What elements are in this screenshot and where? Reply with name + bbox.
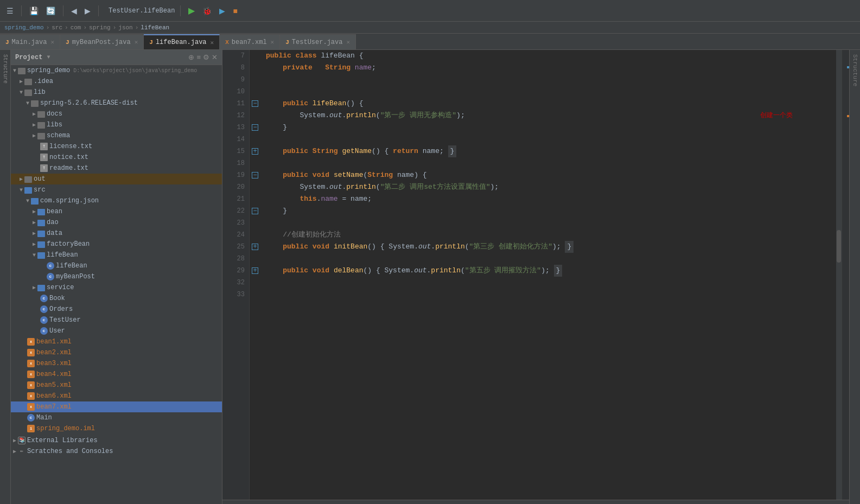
locate-button[interactable]: ⊕ bbox=[188, 53, 194, 61]
tree-item-license[interactable]: T license.txt bbox=[11, 141, 222, 152]
println4: println bbox=[431, 265, 461, 277]
gutter-fold-13[interactable]: − bbox=[250, 122, 260, 133]
tab-close[interactable]: ✕ bbox=[50, 39, 54, 46]
gutter-fold-25[interactable]: + bbox=[250, 241, 260, 253]
path-breadcrumb: spring_demo › src › com › spring › json … bbox=[0, 22, 860, 34]
tree-item-notice[interactable]: T notice.txt bbox=[11, 152, 222, 163]
tree-item-schema[interactable]: ▶ schema bbox=[11, 130, 222, 141]
gutter-fold-29[interactable]: + bbox=[250, 265, 260, 277]
tree-item-data[interactable]: ▶ data bbox=[11, 228, 222, 239]
tree-item-out[interactable]: ▶ out bbox=[11, 174, 222, 184]
tree-item-lib[interactable]: ▼ lib bbox=[11, 87, 222, 98]
tree-item-lifeBean-folder[interactable]: ▼ lifeBean bbox=[11, 250, 222, 260]
tree-item-dao[interactable]: ▶ dao bbox=[11, 217, 222, 228]
tree-item-service[interactable]: ▶ service bbox=[11, 282, 222, 293]
tree-item-scratches[interactable]: ▶ ✏ Scratches and Consoles bbox=[11, 446, 222, 457]
bc-json[interactable]: json bbox=[118, 24, 132, 31]
tree-item-User[interactable]: c User bbox=[11, 326, 222, 336]
sync-button[interactable]: 🔄 bbox=[44, 5, 58, 16]
tree-item-spring-demo-iml[interactable]: i spring_demo.iml bbox=[11, 423, 222, 434]
tree-item-libs[interactable]: ▶ libs bbox=[11, 119, 222, 130]
bc-sep1: › bbox=[46, 24, 50, 31]
scrollbar-thumb[interactable] bbox=[837, 230, 841, 263]
tree-item-spring526[interactable]: ▼ spring-5.2.6.RELEASE-dist bbox=[11, 98, 222, 109]
tab-bean7-xml[interactable]: X bean7.xml ✕ bbox=[220, 34, 280, 49]
bc-project[interactable]: spring_demo bbox=[4, 24, 44, 31]
gear-button[interactable]: ⚙ bbox=[203, 53, 209, 61]
close-panel-button[interactable]: ✕ bbox=[212, 53, 218, 61]
save-button[interactable]: 💾 bbox=[27, 5, 41, 16]
bc-src[interactable]: src bbox=[52, 24, 62, 31]
paren6: ( bbox=[461, 265, 465, 277]
tree-item-bean3[interactable]: x bean3.xml bbox=[11, 358, 222, 369]
bc-lifeBean[interactable]: lifeBean bbox=[141, 24, 169, 31]
tree-item-Orders[interactable]: c Orders bbox=[11, 304, 222, 315]
code-gutter: − − + − − bbox=[250, 50, 260, 500]
tree-item-root[interactable]: ▼ spring_demo D:\works\project\json\java… bbox=[11, 65, 222, 76]
bc-com[interactable]: com bbox=[71, 24, 81, 31]
gutter-fold-22[interactable]: − bbox=[250, 205, 260, 217]
tab-close[interactable]: ✕ bbox=[135, 39, 138, 46]
tree-item-bean7[interactable]: x bean7.xml bbox=[11, 401, 222, 412]
file-tree[interactable]: ▼ spring_demo D:\works\project\json\java… bbox=[11, 65, 222, 504]
debug-button[interactable]: 🐞 bbox=[200, 5, 214, 16]
tab-myBeanPost-java[interactable]: J myBeanPost.java ✕ bbox=[60, 34, 144, 49]
run-button[interactable]: ▶ bbox=[186, 4, 197, 17]
panel-dropdown[interactable]: ▼ bbox=[47, 54, 50, 60]
code-content[interactable]: public class lifeBean { private String n… bbox=[260, 50, 836, 500]
scrollbar[interactable] bbox=[836, 50, 842, 500]
tree-item-src[interactable]: ▼ src bbox=[11, 184, 222, 195]
tab-main-java[interactable]: J Main.java ✕ bbox=[0, 34, 60, 49]
editor-area[interactable]: 7 8 9 10 11 12 13 14 15 18 19 20 21 22 2… bbox=[222, 50, 849, 504]
tree-item-bean1[interactable]: x bean1.xml bbox=[11, 336, 222, 347]
tree-item-TestUser[interactable]: c TestUser bbox=[11, 315, 222, 326]
fold-icon[interactable]: − bbox=[252, 208, 258, 214]
tree-item-factoryBean[interactable]: ▶ factoryBean bbox=[11, 239, 222, 250]
tree-item-bean2[interactable]: x bean2.xml bbox=[11, 347, 222, 358]
gutter-fold-11[interactable]: − bbox=[250, 98, 260, 110]
tab-close[interactable]: ✕ bbox=[346, 39, 350, 46]
bc-spring[interactable]: spring bbox=[89, 24, 111, 31]
tree-item-ext-libs[interactable]: ▶ 📚 External Libraries bbox=[11, 435, 222, 446]
brace-close2: } bbox=[283, 205, 287, 217]
menu-button[interactable]: ☰ bbox=[4, 5, 16, 16]
fold-icon[interactable]: + bbox=[252, 267, 258, 274]
tab-close[interactable]: ✕ bbox=[271, 39, 275, 46]
tree-label: lifeBean bbox=[56, 262, 87, 270]
tree-item-Main[interactable]: c Main bbox=[11, 412, 222, 423]
fold-icon[interactable]: − bbox=[252, 100, 258, 107]
structure-label[interactable]: Structure bbox=[852, 54, 858, 86]
java-class-icon: c bbox=[27, 414, 35, 422]
gutter-fold-19[interactable]: − bbox=[250, 169, 260, 181]
tree-item-package[interactable]: ▼ com.spring.json bbox=[11, 195, 222, 206]
folder-icon bbox=[24, 187, 32, 194]
coverage-button[interactable]: ▶ bbox=[217, 5, 227, 16]
gutter-fold-15[interactable]: + bbox=[250, 145, 260, 157]
tree-label: bean3.xml bbox=[36, 360, 72, 367]
tree-item-readme[interactable]: T readme.txt bbox=[11, 163, 222, 174]
tree-item-myBeanPost-java[interactable]: c myBeanPost bbox=[11, 271, 222, 282]
tree-item-bean4[interactable]: x bean4.xml bbox=[11, 369, 222, 380]
tree-item-docs[interactable]: ▶ docs bbox=[11, 109, 222, 119]
tree-item-idea[interactable]: ▶ .idea bbox=[11, 76, 222, 87]
fold-icon[interactable]: − bbox=[252, 124, 258, 131]
tree-item-lifeBean-java[interactable]: c lifeBean bbox=[11, 260, 222, 271]
tree-item-bean5[interactable]: x bean5.xml bbox=[11, 380, 222, 391]
fold-icon[interactable]: + bbox=[252, 148, 258, 155]
stop-button[interactable]: ■ bbox=[231, 5, 239, 16]
tab-lifeBean-java[interactable]: J lifeBean.java ✕ bbox=[144, 34, 220, 49]
tab-close[interactable]: ✕ bbox=[211, 39, 214, 46]
tree-item-Book[interactable]: c Book bbox=[11, 293, 222, 304]
tab-testuser-java[interactable]: J TestUser.java ✕ bbox=[280, 34, 356, 49]
collapse-button[interactable]: ≡ bbox=[196, 53, 201, 61]
forward-button[interactable]: ▶ bbox=[82, 5, 93, 16]
code-container[interactable]: 7 8 9 10 11 12 13 14 15 18 19 20 21 22 2… bbox=[222, 50, 849, 500]
fold-icon[interactable]: − bbox=[252, 172, 258, 178]
back-button[interactable]: ◀ bbox=[69, 5, 79, 16]
tree-label: myBeanPost bbox=[56, 273, 95, 280]
structure-icon[interactable]: Structure bbox=[2, 54, 8, 84]
fold-icon[interactable]: + bbox=[252, 244, 258, 250]
tree-item-bean[interactable]: ▶ bean bbox=[11, 206, 222, 217]
tree-item-bean6[interactable]: x bean6.xml bbox=[11, 391, 222, 401]
tree-label: spring-5.2.6.RELEASE-dist bbox=[40, 99, 138, 107]
